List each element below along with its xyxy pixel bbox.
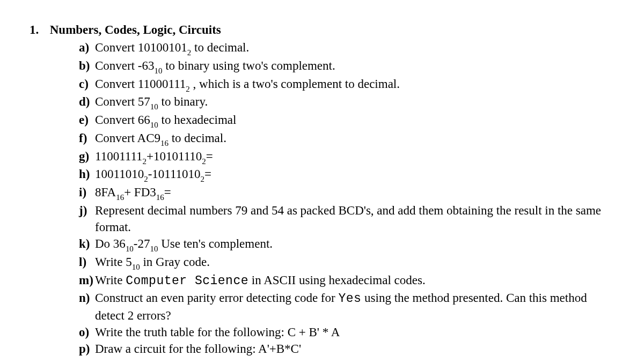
item-p: p) Draw a circuit for the following: A'+… [79, 340, 614, 357]
item-label: c) [79, 76, 95, 92]
item-j: j) Represent decimal numbers 79 and 54 a… [79, 202, 614, 235]
item-label: j) [79, 202, 95, 219]
item-content: 110011112+101011102= [95, 148, 614, 166]
item-label: m) [79, 272, 95, 288]
item-content: 100110102-101110102= [95, 166, 614, 184]
item-content: Write 510 in Gray code. [95, 254, 614, 272]
item-content: Represent decimal numbers 79 and 54 as p… [95, 202, 614, 235]
item-b: b) Convert -6310 to binary using two's c… [79, 57, 614, 76]
section-title: Numbers, Codes, Logic, Circuits [50, 23, 221, 36]
item-h: h) 100110102-101110102= [79, 166, 614, 184]
item-content: Convert -6310 to binary using two's comp… [95, 57, 614, 76]
item-i: i) 8FA16+ FD316= [79, 184, 614, 202]
item-content: Convert 101001012 to decimal. [95, 39, 614, 57]
item-content: Draw a circuit for the following: A'+B*C… [95, 340, 614, 357]
item-content: Convert AC916 to decimal. [95, 130, 614, 148]
mono-text: Yes [338, 292, 361, 306]
item-label: n) [79, 290, 95, 306]
section-number: 1. [30, 21, 47, 38]
item-a: a) Convert 101001012 to decimal. [79, 39, 614, 57]
item-label: d) [79, 93, 95, 110]
item-label: i) [79, 184, 95, 201]
item-o: o) Write the truth table for the followi… [79, 324, 614, 340]
item-content: Write the truth table for the following:… [95, 324, 614, 340]
item-d: d) Convert 5710 to binary. [79, 93, 614, 112]
item-content: Do 3610-2710 Use ten's complement. [95, 235, 614, 254]
item-l: l) Write 510 in Gray code. [79, 254, 614, 272]
item-label: h) [79, 166, 95, 182]
item-e: e) Convert 6610 to hexadecimal [79, 112, 614, 130]
item-k: k) Do 3610-2710 Use ten's complement. [79, 235, 614, 254]
section-header: 1. Numbers, Codes, Logic, Circuits [30, 21, 614, 38]
item-content: Construct an even parity error detecting… [95, 290, 614, 324]
item-content: Convert 5710 to binary. [95, 93, 614, 112]
item-label: p) [79, 340, 95, 357]
item-content: Convert 6610 to hexadecimal [95, 112, 614, 130]
item-label: a) [79, 39, 95, 56]
item-c: c) Convert 110001112 , which is a two's … [79, 76, 614, 94]
item-label: k) [79, 235, 95, 252]
items-list: a) Convert 101001012 to decimal. b) Conv… [79, 39, 614, 357]
item-label: b) [79, 57, 95, 74]
item-n: n) Construct an even parity error detect… [79, 290, 614, 324]
item-label: f) [79, 130, 95, 146]
item-content: 8FA16+ FD316= [95, 184, 614, 202]
item-content: Write Computer Science in ASCII using he… [95, 272, 614, 290]
item-content: Convert 110001112 , which is a two's com… [95, 76, 614, 94]
item-label: o) [79, 324, 95, 340]
mono-text: Computer Science [126, 274, 248, 288]
item-f: f) Convert AC916 to decimal. [79, 130, 614, 148]
item-label: g) [79, 148, 95, 165]
item-label: l) [79, 254, 95, 270]
item-m: m) Write Computer Science in ASCII using… [79, 272, 614, 290]
item-label: e) [79, 112, 95, 128]
item-g: g) 110011112+101011102= [79, 148, 614, 166]
